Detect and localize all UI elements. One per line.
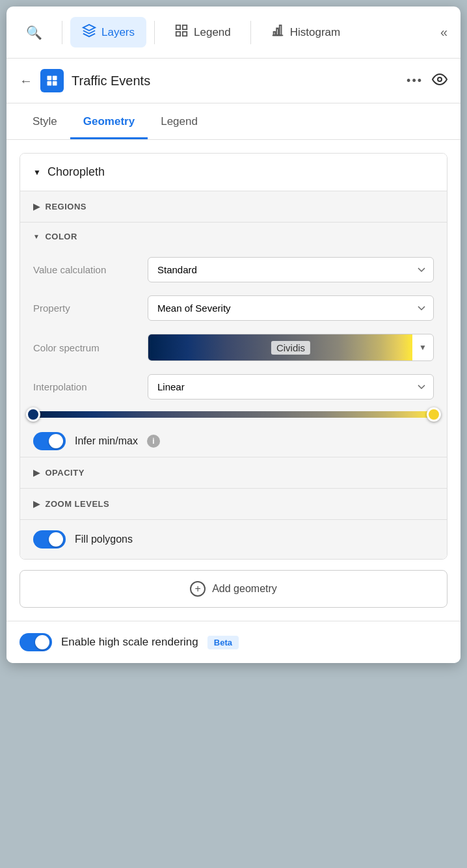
tab-style[interactable]: Style [20, 103, 70, 139]
property-label: Property [33, 303, 137, 314]
choropleth-section: ▼ Choropleth ▶ REGIONS ▼ COLOR [20, 153, 447, 560]
gradient-slider-container [20, 406, 447, 426]
opacity-label: OPACITY [46, 468, 85, 478]
histogram-icon [271, 23, 285, 41]
choropleth-body: ▶ REGIONS ▼ COLOR Value calculation Stan… [20, 191, 447, 559]
svg-rect-7 [276, 28, 278, 35]
svg-point-13 [438, 77, 442, 81]
regions-chevron: ▶ [33, 202, 40, 211]
infer-minmax-track [33, 432, 66, 450]
property-select[interactable]: Mean of Severity Count Sum [148, 295, 434, 321]
color-spectrum-btn[interactable]: Cividis ▼ [148, 334, 434, 361]
nav-histogram[interactable]: Histogram [259, 17, 352, 47]
tab-geometry[interactable]: Geometry [70, 103, 148, 139]
tab-bar: Style Geometry Legend [7, 103, 460, 140]
content-area: ▼ Choropleth ▶ REGIONS ▼ COLOR [7, 140, 460, 621]
svg-rect-2 [183, 25, 187, 29]
regions-label: REGIONS [46, 202, 87, 211]
high-scale-toggle[interactable] [20, 633, 52, 651]
color-section: ▼ COLOR [20, 222, 447, 251]
layer-actions: ••• [407, 72, 447, 90]
svg-rect-11 [47, 81, 52, 86]
fill-polygons-label: Fill polygons [75, 534, 133, 545]
svg-rect-1 [176, 25, 180, 29]
nav-layers[interactable]: Layers [70, 17, 146, 47]
add-geometry-label: Add geometry [212, 583, 277, 595]
layer-title: Traffic Events [72, 74, 399, 88]
svg-rect-8 [280, 25, 282, 36]
interpolation-label: Interpolation [33, 381, 137, 392]
layer-header: ← Traffic Events ••• [7, 59, 460, 103]
regions-section[interactable]: ▶ REGIONS [20, 191, 447, 222]
opacity-section[interactable]: ▶ OPACITY [20, 457, 447, 488]
infer-minmax-info-icon[interactable]: i [147, 435, 160, 448]
choropleth-header[interactable]: ▼ Choropleth [20, 154, 447, 191]
value-calculation-label: Value calculation [33, 264, 137, 275]
color-label: COLOR [45, 232, 77, 241]
top-nav: 🔍 Layers Legend [7, 7, 460, 59]
beta-badge: Beta [207, 636, 239, 649]
nav-histogram-label: Histogram [290, 26, 340, 39]
infer-minmax-toggle[interactable] [33, 432, 66, 450]
color-spectrum-arrow: ▼ [412, 343, 433, 352]
svg-marker-0 [83, 25, 95, 31]
infer-minmax-label: Infer min/max [75, 435, 138, 447]
nav-search[interactable]: 🔍 [14, 18, 54, 47]
more-options-btn[interactable]: ••• [407, 74, 423, 88]
color-spectrum-name: Cividis [271, 341, 310, 355]
fill-polygons-track [33, 530, 66, 549]
layer-icon [40, 69, 64, 92]
choropleth-chevron: ▼ [33, 168, 41, 177]
svg-rect-6 [273, 32, 275, 36]
high-scale-track [20, 633, 52, 651]
nav-divider-1 [62, 21, 62, 44]
tab-legend[interactable]: Legend [148, 103, 211, 139]
gradient-max-thumb[interactable] [427, 407, 441, 422]
svg-rect-10 [53, 76, 57, 81]
main-panel: 🔍 Layers Legend [7, 7, 460, 663]
interpolation-row: Interpolation Linear Logarithmic Square … [20, 368, 447, 406]
gradient-track [33, 411, 434, 418]
gradient-min-thumb[interactable] [26, 407, 40, 422]
search-icon: 🔍 [26, 25, 42, 40]
opacity-chevron: ▶ [33, 468, 40, 478]
nav-divider-2 [154, 21, 155, 44]
color-spectrum-row: Color spectrum Cividis ▼ [20, 327, 447, 368]
color-header[interactable]: ▼ COLOR [33, 232, 434, 241]
infer-minmax-row: Infer min/max i [20, 426, 447, 457]
value-calculation-select[interactable]: Standard Normalized Custom [148, 257, 434, 282]
collapse-btn[interactable]: « [435, 20, 453, 45]
choropleth-title: Choropleth [47, 165, 105, 179]
zoom-levels-chevron: ▶ [33, 499, 40, 509]
visibility-toggle[interactable] [432, 72, 447, 90]
fill-polygons-row: Fill polygons [20, 519, 447, 559]
value-calculation-row: Value calculation Standard Normalized Cu… [20, 251, 447, 289]
nav-legend-label: Legend [194, 26, 231, 39]
nav-divider-3 [250, 21, 251, 44]
svg-rect-4 [183, 32, 187, 36]
back-button[interactable]: ← [20, 74, 33, 88]
bottom-bar: Enable high scale rendering Beta [7, 621, 460, 663]
high-scale-label: Enable high scale rendering [61, 636, 198, 649]
legend-icon [174, 23, 189, 41]
fill-polygons-toggle[interactable] [33, 530, 66, 549]
color-spectrum-label: Color spectrum [33, 342, 137, 353]
nav-legend[interactable]: Legend [163, 17, 243, 47]
layers-icon [82, 23, 96, 41]
nav-layers-label: Layers [101, 26, 135, 39]
svg-rect-3 [176, 32, 180, 36]
svg-rect-12 [53, 81, 57, 86]
add-geometry-button[interactable]: + Add geometry [20, 570, 447, 608]
interpolation-select[interactable]: Linear Logarithmic Square root [148, 374, 434, 400]
zoom-levels-label: ZOOM LEVELS [46, 499, 110, 509]
property-row: Property Mean of Severity Count Sum [20, 289, 447, 327]
add-geometry-icon: + [190, 581, 206, 597]
zoom-levels-section[interactable]: ▶ ZOOM LEVELS [20, 488, 447, 519]
color-chevron: ▼ [33, 233, 40, 240]
svg-rect-9 [47, 76, 52, 81]
